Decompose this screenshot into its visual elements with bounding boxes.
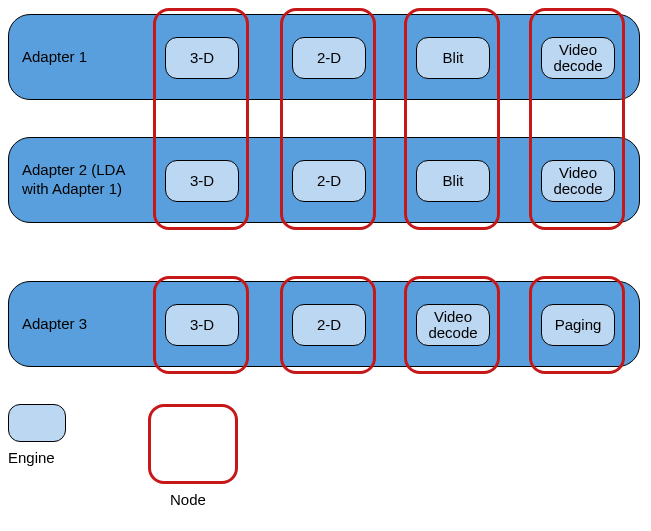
engine-box: Video decode — [416, 304, 490, 346]
engine-box: 3-D — [165, 37, 239, 79]
gpu-scheduler-diagram: Adapter 1 3-D 2-D Blit Video decode Adap… — [0, 0, 651, 531]
engine-box: Video decode — [541, 160, 615, 202]
adapter-1-label: Adapter 1 — [22, 48, 152, 67]
engine-box: 2-D — [292, 37, 366, 79]
engine-box: 2-D — [292, 304, 366, 346]
adapter-row-3: Adapter 3 3-D 2-D Video decode Paging — [8, 281, 640, 367]
legend-node-swatch — [148, 404, 238, 484]
legend-node-label: Node — [170, 491, 206, 508]
engine-box: 3-D — [165, 304, 239, 346]
legend-engine-swatch — [8, 404, 66, 442]
engine-box: Video decode — [541, 37, 615, 79]
legend-engine-label: Engine — [8, 449, 55, 466]
adapter-row-1: Adapter 1 3-D 2-D Blit Video decode — [8, 14, 640, 100]
engine-box: Blit — [416, 37, 490, 79]
engine-box: Blit — [416, 160, 490, 202]
adapter-2-label: Adapter 2 (LDA with Adapter 1) — [22, 161, 152, 199]
engine-box: 3-D — [165, 160, 239, 202]
engine-box: 2-D — [292, 160, 366, 202]
engine-box: Paging — [541, 304, 615, 346]
adapter-row-2: Adapter 2 (LDA with Adapter 1) 3-D 2-D B… — [8, 137, 640, 223]
adapter-3-label: Adapter 3 — [22, 315, 152, 334]
